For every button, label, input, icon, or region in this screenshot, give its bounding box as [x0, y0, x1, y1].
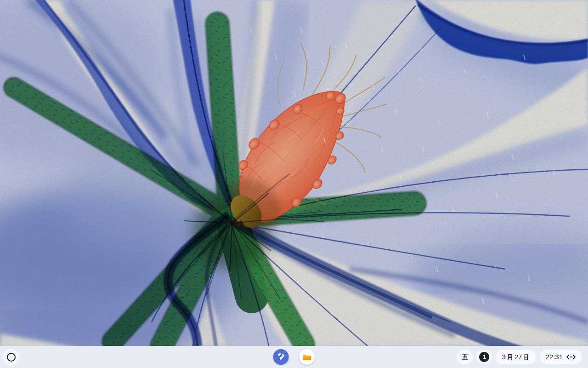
status-area: 五 1 3月27日 3 — [457, 350, 582, 364]
launcher-circle-icon — [7, 353, 16, 362]
notification-badge: 1 — [479, 352, 489, 362]
day-kanji-glyph — [522, 353, 530, 361]
app-button-blue-triangles[interactable] — [273, 349, 289, 365]
launcher-button[interactable] — [3, 349, 19, 365]
blue-triangles-app-icon — [273, 349, 289, 365]
shelf-app-icons — [273, 349, 316, 365]
paper-grain — [0, 0, 588, 346]
month-kanji-glyph — [506, 353, 514, 361]
notification-counter-button[interactable]: 1 — [476, 350, 492, 364]
date-tray-button[interactable]: 3月27日 3 27 — [496, 350, 536, 364]
ethernet-icon — [566, 354, 576, 360]
clock-time: 22:31 — [545, 350, 563, 364]
ime-tray-button[interactable]: 五 — [457, 350, 473, 364]
wallpaper-art — [0, 0, 588, 346]
date-day-number: 27 — [514, 350, 522, 364]
chromeos-desktop: 五 1 3月27日 3 — [0, 0, 588, 368]
shelf: 五 1 3月27日 3 — [0, 346, 588, 368]
app-button-files[interactable] — [299, 349, 316, 365]
ime-day-glyph — [461, 353, 469, 361]
date-month-number: 3 — [502, 350, 505, 364]
status-tray-button[interactable]: 22:31 — [540, 350, 582, 364]
files-folder-icon — [299, 349, 316, 365]
